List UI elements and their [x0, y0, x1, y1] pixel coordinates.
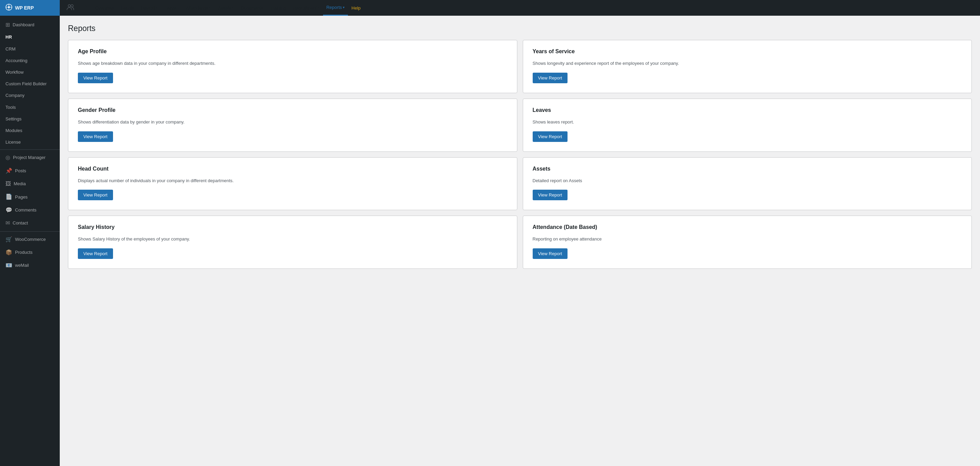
sidebar-item-label: Company	[5, 92, 25, 98]
wp-logo-icon	[5, 4, 12, 12]
report-card-desc: Shows differentiation data by gender in …	[78, 119, 508, 126]
sidebar-item-label: Pages	[15, 194, 28, 200]
sidebar-item-project-manager[interactable]: ◎Project Manager	[0, 151, 60, 164]
sidebar-item-contact[interactable]: ✉Contact	[0, 217, 60, 230]
sidebar-item-label: Comments	[15, 207, 37, 213]
view-report-button-gender-profile[interactable]: View Report	[78, 132, 113, 142]
svg-point-7	[71, 5, 73, 7]
sidebar-divider	[0, 149, 60, 150]
sidebar-item-woocommerce[interactable]: 🛒WooCommerce	[0, 233, 60, 246]
sidebar-item-company[interactable]: Company	[0, 90, 60, 101]
sidebar-item-custom-field-builder[interactable]: Custom Field Builder	[0, 78, 60, 90]
sidebar-item-label: Accounting	[5, 58, 27, 64]
hr-module-icon	[67, 4, 74, 12]
view-report-button-leaves[interactable]: View Report	[533, 132, 568, 142]
view-report-button-assets[interactable]: View Report	[533, 190, 568, 200]
nav-item-payroll[interactable]: Payroll▾	[138, 0, 161, 16]
chevron-down-icon: ▾	[209, 6, 211, 10]
view-report-button-attendance-date-based[interactable]: View Report	[533, 248, 568, 259]
sidebar-item-label: Posts	[15, 168, 26, 174]
view-report-button-salary-history[interactable]: View Report	[78, 248, 113, 259]
sidebar-item-pages[interactable]: 📄Pages	[0, 190, 60, 203]
sidebar-item-tools[interactable]: Tools	[0, 101, 60, 113]
nav-item-assets[interactable]: Assets▾	[215, 0, 237, 16]
report-card-head-count: Head CountDisplays actual number of indi…	[68, 157, 517, 211]
hr-nav-items: OverviewPeoplePayroll▾Leave▾Attendance▾A…	[92, 0, 364, 16]
sidebar-item-settings[interactable]: Settings	[0, 113, 60, 125]
report-card-desc: Shows longevity and experience report of…	[533, 60, 962, 67]
top-bar: WP ERP HR OverviewPeoplePayroll▾Leave▾At…	[0, 0, 980, 16]
cards-grid: Age ProfileShows age breakdown data in y…	[68, 40, 972, 269]
sidebar-item-license[interactable]: License	[0, 136, 60, 148]
sidebar-item-products[interactable]: 📦Products	[0, 246, 60, 259]
sidebar-icon: 📧	[5, 262, 12, 269]
view-report-button-age-profile[interactable]: View Report	[78, 73, 113, 83]
nav-item-training[interactable]: Training	[267, 0, 289, 16]
report-card-title: Assets	[533, 166, 962, 172]
sidebar-item-accounting[interactable]: Accounting	[0, 55, 60, 67]
sidebar-item-dashboard[interactable]: ⊞Dashboard	[0, 18, 60, 32]
report-card-title: Gender Profile	[78, 107, 508, 113]
wp-logo-label: WP ERP	[15, 5, 34, 11]
report-card-years-of-service: Years of ServiceShows longevity and expe…	[523, 40, 972, 93]
page-title: Reports	[68, 24, 972, 33]
sidebar-item-label: License	[5, 139, 21, 145]
svg-point-1	[8, 6, 10, 8]
sidebar-icon: 🛒	[5, 236, 12, 243]
hr-nav: HR OverviewPeoplePayroll▾Leave▾Attendanc…	[60, 0, 980, 16]
report-card-leaves: LeavesShows leaves report.View Report	[523, 98, 972, 152]
sidebar-icon: 📌	[5, 167, 12, 175]
view-report-button-head-count[interactable]: View Report	[78, 190, 113, 200]
nav-item-people[interactable]: People	[117, 0, 138, 16]
chevron-down-icon: ▾	[232, 6, 234, 10]
chevron-down-icon: ▾	[156, 6, 158, 10]
report-card-title: Salary History	[78, 224, 508, 230]
report-card-title: Leaves	[533, 107, 962, 113]
sidebar-icon: 📦	[5, 249, 12, 256]
sidebar-item-label: Custom Field Builder	[5, 81, 47, 87]
report-card-title: Head Count	[78, 166, 508, 172]
chevron-down-icon: ▾	[343, 5, 345, 9]
sidebar-icon: ◎	[5, 154, 10, 162]
report-card-desc: Detailed report on Assets	[533, 178, 962, 185]
sidebar-icon: ✉	[5, 219, 10, 227]
nav-item-leave[interactable]: Leave▾	[161, 0, 182, 16]
report-card-gender-profile: Gender ProfileShows differentiation data…	[68, 98, 517, 152]
sidebar-item-media[interactable]: 🖼Media	[0, 178, 60, 190]
svg-point-6	[68, 5, 71, 7]
sidebar-item-modules[interactable]: Modules	[0, 125, 60, 136]
sidebar-item-workflow[interactable]: Workflow	[0, 67, 60, 78]
sidebar-item-crm[interactable]: CRM	[0, 43, 60, 55]
sidebar-icon: 🖼	[5, 180, 11, 188]
sidebar-item-wemail[interactable]: 📧weMail	[0, 259, 60, 272]
view-report-button-years-of-service[interactable]: View Report	[533, 73, 568, 83]
chevron-down-icon: ▾	[318, 6, 320, 10]
report-card-desc: Displays actual number of individuals in…	[78, 178, 508, 185]
sidebar-item-label: Products	[15, 249, 32, 255]
sidebar-items-container: ⊞DashboardHRCRMAccountingWorkflowCustom …	[0, 18, 60, 272]
sidebar-icon: 💬	[5, 206, 12, 214]
sidebar: ⊞DashboardHRCRMAccountingWorkflowCustom …	[0, 16, 60, 466]
nav-item-documents[interactable]: Documents	[237, 0, 267, 16]
report-card-title: Attendance (Date Based)	[533, 224, 962, 230]
report-card-desc: Reporting on employee attendance	[533, 236, 962, 243]
chevron-down-icon: ▾	[178, 6, 179, 10]
report-card-assets: AssetsDetailed report on AssetsView Repo…	[523, 157, 972, 211]
sidebar-item-label: CRM	[5, 46, 16, 52]
nav-item-overview[interactable]: Overview	[92, 0, 117, 16]
nav-item-attendance[interactable]: Attendance▾	[183, 0, 215, 16]
report-card-title: Years of Service	[533, 48, 962, 55]
sidebar-item-label: weMail	[15, 262, 29, 268]
report-card-desc: Shows Salary History of the employees of…	[78, 236, 508, 243]
report-card-desc: Shows leaves report.	[533, 119, 962, 126]
sidebar-icon: 📄	[5, 193, 12, 201]
nav-item-help[interactable]: Help	[348, 0, 364, 16]
sidebar-item-hr[interactable]: HR	[0, 32, 60, 43]
sidebar-item-posts[interactable]: 📌Posts	[0, 165, 60, 178]
sidebar-item-comments[interactable]: 💬Comments	[0, 204, 60, 217]
sidebar-item-label: Project Manager	[13, 155, 45, 161]
nav-item-reports[interactable]: Reports▾	[323, 0, 348, 16]
wp-logo-area[interactable]: WP ERP	[0, 0, 60, 16]
nav-item-recruitment[interactable]: Recruitment▾	[290, 0, 323, 16]
sidebar-item-label: HR	[5, 34, 12, 40]
